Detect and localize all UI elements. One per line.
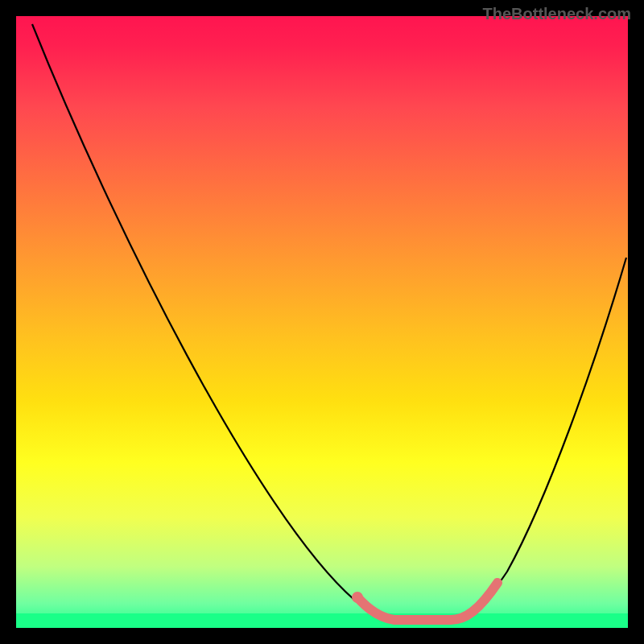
optimal-band <box>16 613 628 628</box>
gradient-background <box>16 16 628 628</box>
watermark-text: TheBottleneck.com <box>483 5 631 23</box>
plot-area <box>16 16 628 628</box>
